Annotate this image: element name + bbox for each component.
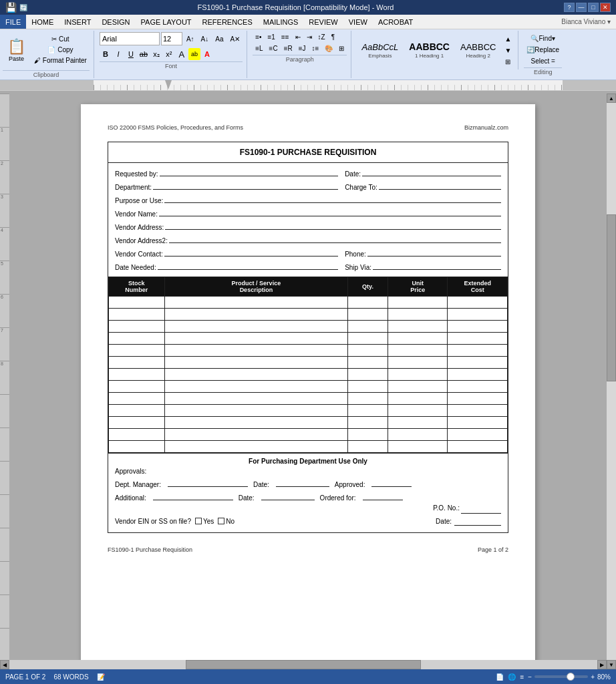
row-vendor-addr: Vendor Address: [115, 220, 501, 231]
menu-design[interactable]: DESIGN [96, 15, 135, 29]
table-cell [164, 393, 348, 405]
table-row [109, 393, 508, 405]
bullets-button[interactable]: ≡• [253, 32, 264, 42]
clear-formatting-button[interactable]: A✕ [228, 34, 243, 44]
menu-home[interactable]: HOME [26, 15, 59, 29]
table-cell [109, 393, 165, 405]
grow-font-button[interactable]: A↑ [184, 34, 197, 44]
menu-references[interactable]: REFERENCES [197, 15, 258, 29]
paragraph-label: Paragraph [253, 55, 347, 63]
line-spacing-button[interactable]: ↕≡ [309, 43, 322, 53]
table-cell [348, 381, 388, 393]
scroll-up-btn[interactable]: ▲ [607, 94, 616, 103]
scroll-left-btn[interactable]: ◀ [0, 660, 9, 669]
sort-button[interactable]: ↕Z [315, 32, 328, 42]
menu-acrobat[interactable]: ACROBAT [373, 15, 418, 29]
scroll-down-btn[interactable]: ▼ [607, 660, 616, 669]
close-btn[interactable]: ✕ [600, 3, 611, 12]
replace-button[interactable]: 🔄 Replace [524, 45, 562, 55]
po-row: P.O. No.: [115, 504, 501, 514]
font-name-input[interactable] [100, 32, 160, 45]
underline-button[interactable]: U [125, 48, 137, 60]
view-web-btn[interactable]: 🌐 [508, 673, 516, 681]
text-effects-button[interactable]: A [176, 48, 188, 60]
superscript-button[interactable]: x² [163, 48, 175, 60]
format-painter-button[interactable]: 🖌 Format Painter [31, 55, 90, 65]
style-heading2[interactable]: AABBCC Heading 2 [456, 40, 500, 61]
table-cell [348, 405, 388, 417]
style-emphasis[interactable]: AaBbCcL Emphasis [357, 40, 403, 61]
menu-review[interactable]: REVIEW [303, 15, 343, 29]
view-print-btn[interactable]: 📄 [496, 673, 504, 681]
justify-button[interactable]: ≡J [296, 43, 309, 53]
editing-label: Editing [524, 67, 562, 75]
ship-via-label: Ship Via: [345, 264, 371, 271]
italic-button[interactable]: I [112, 48, 124, 60]
row-dept-charge: Department: Charge To: [115, 180, 501, 191]
style-heading1[interactable]: AABBCC 1 Heading 1 [404, 39, 454, 61]
borders-button[interactable]: ⊞ [336, 43, 347, 53]
right-scrollbar[interactable]: ▲ ▼ [607, 94, 616, 669]
shading-button[interactable]: 🎨 [322, 43, 335, 53]
minimize-btn[interactable]: — [576, 3, 587, 12]
numbering-button[interactable]: ≡1 [265, 32, 278, 42]
yes-checkbox-box[interactable] [195, 518, 202, 524]
font-color-button[interactable]: A [201, 48, 213, 60]
decrease-indent-button[interactable]: ⇤ [293, 32, 303, 42]
emphasis-label: Emphasis [368, 53, 392, 59]
scroll-track[interactable] [607, 103, 616, 660]
row-requested-date: Requested by: Date: [115, 167, 501, 178]
menu-view[interactable]: VIEW [343, 15, 373, 29]
no-checkbox[interactable]: No [218, 518, 235, 525]
strikethrough-button[interactable]: ab [138, 48, 150, 60]
bottom-scrollbar[interactable]: ◀ ▶ [0, 660, 607, 669]
zoom-in-btn[interactable]: + [591, 673, 595, 681]
table-cell [448, 441, 508, 453]
select-button[interactable]: Select = [524, 56, 562, 66]
menu-file[interactable]: FILE [0, 15, 26, 29]
increase-indent-button[interactable]: ⇥ [304, 32, 315, 42]
no-checkbox-box[interactable] [218, 518, 224, 524]
proofing-icon[interactable]: 📝 [97, 673, 105, 681]
zoom-control[interactable]: − + 80% [528, 673, 611, 681]
menu-mailings[interactable]: MAILINGS [258, 15, 304, 29]
table-row [109, 417, 508, 429]
bold-button[interactable]: B [100, 48, 112, 60]
copy-button[interactable]: 📄 Copy [31, 45, 90, 55]
table-cell [164, 405, 348, 417]
yes-checkbox[interactable]: Yes [195, 518, 214, 525]
help-btn[interactable]: ? [564, 3, 575, 12]
paste-button[interactable]: 📋 Paste [3, 36, 30, 64]
highlight-button[interactable]: ab [188, 48, 200, 60]
date-needed-label: Date Needed: [115, 264, 156, 271]
multilevel-list-button[interactable]: ≡≡ [279, 32, 292, 42]
show-formatting-button[interactable]: ¶ [329, 32, 337, 42]
scroll-thumb[interactable] [607, 214, 616, 381]
scroll-right-btn[interactable]: ▶ [597, 660, 607, 669]
change-case-button[interactable]: Aa [212, 34, 226, 44]
align-center-button[interactable]: ≡C [267, 43, 281, 53]
styles-expand[interactable]: ⊞ [502, 57, 514, 67]
zoom-out-btn[interactable]: − [528, 673, 532, 681]
font-size-input[interactable] [161, 32, 182, 45]
styles-scroll-up[interactable]: ▲ [502, 34, 514, 44]
align-left-button[interactable]: ≡L [253, 43, 265, 53]
view-outline-btn[interactable]: ≡ [520, 673, 524, 681]
align-right-button[interactable]: ≡R [281, 43, 295, 53]
table-cell [448, 321, 508, 333]
styles-scroll-down[interactable]: ▼ [502, 45, 514, 55]
window-controls[interactable]: ? — □ ✕ [564, 3, 611, 12]
font-label: Font [100, 61, 243, 69]
subscript-button[interactable]: x₂ [150, 48, 162, 60]
zoom-thumb[interactable] [567, 673, 575, 681]
find-button[interactable]: 🔍 Find ▾ [524, 33, 562, 43]
h-scroll-thumb[interactable] [186, 660, 421, 669]
h-scroll-track[interactable] [9, 660, 597, 669]
shrink-font-button[interactable]: A↓ [198, 34, 212, 44]
maximize-btn[interactable]: □ [588, 3, 599, 12]
menu-insert[interactable]: INSERT [59, 15, 96, 29]
table-cell [388, 441, 448, 453]
menu-page-layout[interactable]: PAGE LAYOUT [136, 15, 197, 29]
cut-button[interactable]: ✂ Cut [31, 34, 90, 44]
zoom-slider[interactable] [534, 675, 588, 678]
